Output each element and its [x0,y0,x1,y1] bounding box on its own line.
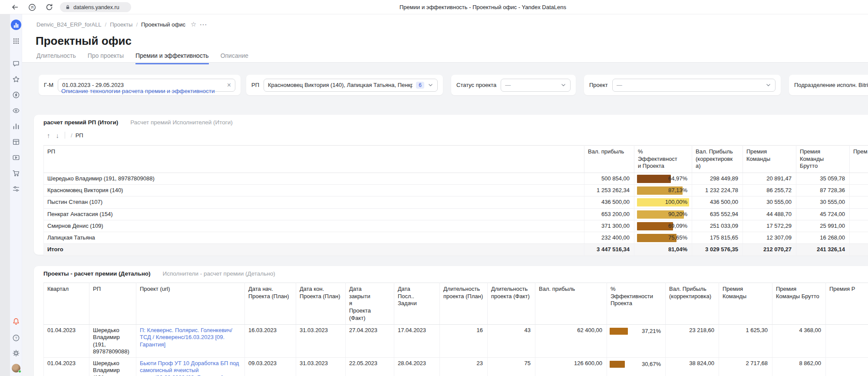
prem-brutto-cell: 8 862,00 [772,358,826,376]
refresh-icon[interactable] [44,0,54,14]
user-avatar[interactable] [12,364,20,373]
filter-select[interactable]: — [501,79,571,92]
video-icon[interactable] [12,154,20,161]
detail-column-header[interactable]: % Эффективности Проекта [607,283,666,325]
chevron-down-icon [561,82,566,88]
eye-icon[interactable] [12,107,20,114]
prem-team-cell: 86 255,72 [743,185,796,196]
detail-column-header[interactable]: Дата Посл.. Задачи [394,283,440,325]
filter-card: Статус проекта— [451,75,576,95]
rp-cell: Шередько Владимир (191, 89787809088) [89,358,136,376]
rp-cell: Пыстин Степан (107) [44,196,584,208]
rp-cell: Шередько Владимир (191, 89787809088) [89,325,136,358]
back-icon[interactable] [10,0,20,14]
detail-column-header[interactable]: Квартал [44,283,89,325]
sliders-icon[interactable] [12,185,20,193]
summary-column-header[interactable]: Прем [850,146,868,173]
summary-column-header[interactable]: РП [44,146,584,173]
val-profit-cell: 126 600,00 [535,358,607,376]
chart-icon[interactable] [12,123,20,130]
breadcrumb-item[interactable]: Проекты [110,21,132,28]
summary-column-header[interactable]: Вал. прибыль [584,146,634,173]
chevron-down-icon [428,82,433,88]
prem-team-cell: 12 307,09 [743,232,796,244]
gear-icon[interactable] [12,349,20,357]
filter-value: 01.03.2023 - 29.05.2023 [62,82,223,88]
detail-column-header[interactable]: Дата закрыти я Проекта (Факт) [346,283,394,325]
detail-column-header[interactable]: Вал. Прибыль (корректировка) [666,283,719,325]
apps-grid-icon[interactable] [12,37,20,45]
filter-label: Проект [589,82,608,88]
detail-column-header[interactable]: Вал. прибыль [535,283,607,325]
drill-up-icon[interactable]: ↑ [47,132,50,139]
detail-column-header[interactable]: Проект (url) [136,283,245,325]
detail-column-header[interactable]: Дата нач. Проекта (План) [245,283,296,325]
summary-column-header[interactable]: Премия Команды [743,146,796,173]
efficiency-value: 90,20% [668,211,687,218]
summary-total-row: Итого 3 447 516,34 81,04% 3 029 576,35 2… [44,244,868,256]
detail-column-header[interactable]: Премия Команды Брутто [772,283,826,325]
detail-column-header[interactable]: Премия Команды [719,283,772,325]
widget-tab[interactable]: Исполнители - расчет премии (Детально) [163,270,275,277]
cart-icon[interactable] [12,170,20,177]
star-icon[interactable] [12,76,20,83]
help-icon[interactable]: ? [12,334,20,342]
more-actions-icon[interactable]: ··· [200,21,208,28]
quarter-cell: 01.04.2023 [44,325,89,358]
summary-column-header[interactable]: Премия Команды Брутто [796,146,850,173]
detail-column-header[interactable]: Длительность проекта (План) [440,283,488,325]
tab-Премии и эффективность[interactable]: Премии и эффективность [135,52,209,64]
description-link[interactable]: Описание технологии расчета премии и эфф… [61,88,215,94]
yandex-profile-icon[interactable]: Я [27,0,37,14]
summary-column-header[interactable]: % Эффективност и Проекта [634,146,692,173]
project-cell: Бьюти Проф УТ 10 Доработка БП под самопи… [136,358,245,376]
chat-icon[interactable] [12,60,20,67]
widget-tab[interactable]: Проекты - расчет премии (Детально) [43,270,151,277]
corr-profit-cell: 251 033,09 [692,220,743,232]
efficiency-bar [637,175,671,183]
datalens-logo[interactable] [11,20,21,30]
widget-tab[interactable]: расчет премий РП (Итоги) [43,119,118,126]
favorite-star-icon[interactable]: ☆ [191,20,196,28]
summary-widget-card: расчет премий РП (Итоги)Расчет премий Ис… [34,115,868,255]
detail-column-header[interactable]: Дата кон. Проекта (План) [296,283,346,325]
filter-select[interactable]: Красномовец Виктория (140), Лапицкая Тат… [264,79,438,92]
detail-widget-tabs: Проекты - расчет премии (Детально)Исполн… [43,270,275,277]
drilldown-toolbar: ↑ ↓ /РП [47,132,83,139]
filter-select[interactable]: — [612,79,776,92]
tab-Описание[interactable]: Описание [221,52,248,64]
project-cell: П: Клевернс. Полярис. Голенкевич/ ТСД / … [136,325,245,358]
detail-column-header[interactable]: РП [89,283,136,325]
drill-down-icon[interactable]: ↓ [56,132,59,139]
detail-table: КварталРППроект (url)Дата нач. Проекта (… [43,283,868,376]
prem-rp-cell [850,185,868,196]
efficiency-value: 100,00% [665,199,687,206]
online-status-dot [18,370,21,373]
drill-breadcrumb[interactable]: /РП [71,132,83,139]
detail-column-header[interactable]: Длительность проекта (Факт) [488,283,535,325]
filter-value: — [617,82,762,88]
prem-team-cell: 1 625,30 [719,325,772,358]
project-link[interactable]: Бьюти Проф УТ 10 Доработка БП под самопи… [140,360,239,376]
summary-header-row: РПВал. прибыль% Эффективност и ПроектаВа… [44,146,868,173]
breadcrumb-item[interactable]: Проектный офис [141,21,185,28]
selected-count-badge: 6 [416,82,424,89]
date-end-plan-cell: 31.03.2023 [296,358,346,376]
breadcrumb-item[interactable]: Denvic_B24_ERP_forALL [36,21,102,28]
clear-icon[interactable]: × [227,82,231,89]
sidebar-nav: ? [10,14,22,376]
efficiency-cell: 37,21% [607,325,666,358]
bell-icon[interactable] [12,318,20,325]
val-profit-cell: 436 500,00 [584,196,634,208]
window-title: Премии и эффективность - Проектный офис … [399,4,566,10]
summary-column-header[interactable]: Вал. Прибыль (корректировк а) [692,146,743,173]
lightning-icon[interactable] [12,91,20,99]
widget-tab[interactable]: Расчет премий Исполнителей (Итоги) [130,119,232,126]
detail-column-header[interactable]: Премия Р [826,283,868,325]
project-link[interactable]: П: Клевернс. Полярис. Голенкевич/ ТСД / … [140,327,232,348]
address-bar[interactable]: datalens.yandex.ru [60,2,131,12]
table-icon[interactable] [12,138,20,146]
tab-Про проекты[interactable]: Про проекты [88,52,124,64]
tab-Длительность[interactable]: Длительность [36,52,76,64]
summary-table-row: Пыстин Степан (107) 436 500,00 100,00% 4… [44,196,868,208]
